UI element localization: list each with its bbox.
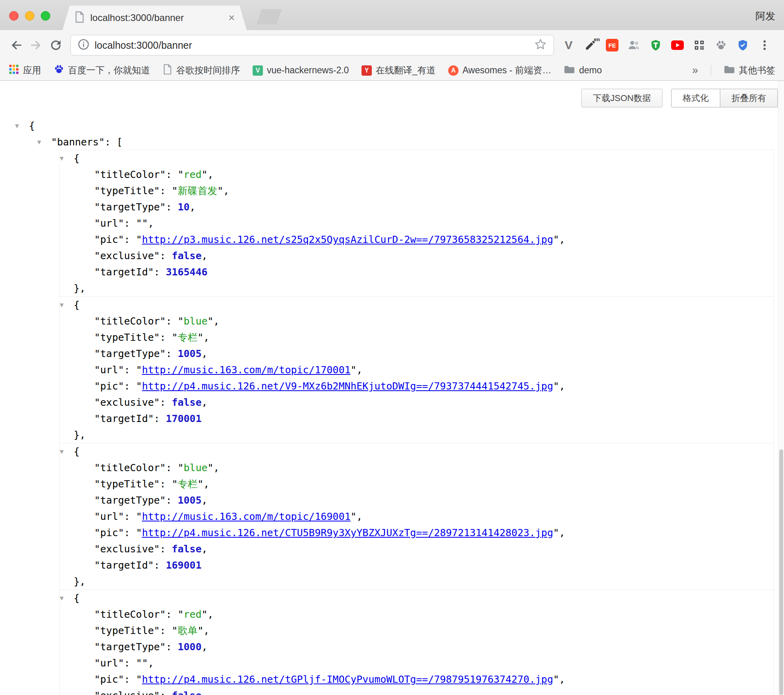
json-line: ▼{ [60, 443, 773, 460]
qr-code-icon[interactable] [692, 38, 707, 53]
forward-button[interactable] [26, 35, 46, 55]
json-object-block: ▼{"titleColor": "blue","typeTitle": "专栏"… [59, 296, 774, 443]
bookmark-awesomes[interactable]: A Awesomes - 前端资… [448, 64, 552, 76]
json-line: "pic": "http://p4.music.126.net/V9-MXz6b… [60, 378, 773, 394]
bookmarks-bar: 应用 百度一下，你就知道 谷歌按时间排序 V vue-hackernews-2.… [0, 60, 784, 81]
json-line: "typeTitle": "专栏", [60, 476, 773, 492]
window-minimize-button[interactable] [25, 11, 34, 21]
extensions-area: V en FE [561, 38, 772, 53]
json-line: ▼{ [15, 118, 774, 134]
folder-icon [724, 65, 735, 76]
bookmark-baidu[interactable]: 百度一下，你就知道 [54, 64, 150, 77]
json-url-link[interactable]: http://p4.music.126.net/CTU5B9R9y3XyYBZX… [142, 527, 553, 538]
download-json-button[interactable]: 下载JSON数据 [581, 89, 662, 107]
collapse-all-button[interactable]: 折叠所有 [720, 89, 778, 107]
json-url-link[interactable]: http://p4.music.126.net/V9-MXz6b2MNhEKju… [142, 380, 553, 392]
browser-tab[interactable]: localhost:3000/banner × [63, 6, 247, 30]
window-controls [9, 11, 50, 21]
new-tab-button[interactable] [257, 9, 282, 24]
folder-icon [564, 65, 575, 76]
collapse-triangle-icon[interactable]: ▼ [60, 443, 74, 460]
vue-v-icon: V [253, 65, 263, 76]
other-bookmarks-label: 其他书签 [739, 64, 775, 76]
apps-grid-icon [9, 64, 19, 77]
reload-button[interactable] [46, 35, 66, 55]
green-shield-t-icon[interactable] [648, 38, 663, 53]
json-line: "titleColor": "blue", [60, 313, 773, 329]
address-bar[interactable]: localhost:3000/banner [70, 35, 554, 55]
json-line: "typeTitle": "新碟首发", [60, 183, 773, 199]
kebab-menu-icon[interactable] [757, 38, 772, 53]
json-url-link[interactable]: http://music.163.com/m/topic/169001 [142, 511, 350, 522]
json-url-link[interactable]: http://music.163.com/m/topic/170001 [142, 364, 350, 376]
json-line: "targetType": 1000, [60, 639, 773, 655]
other-bookmarks[interactable]: 其他书签 [724, 64, 775, 76]
bookmark-label: Awesomes - 前端资… [462, 64, 552, 76]
page-icon [74, 11, 85, 25]
json-line: "targetId": 3165446 [60, 264, 773, 280]
format-button[interactable]: 格式化 [671, 89, 720, 107]
page-scrollbar[interactable] [778, 81, 784, 695]
scrollbar-thumb[interactable] [779, 449, 783, 695]
json-object-block: ▼{"titleColor": "red","typeTitle": "歌单",… [59, 590, 774, 695]
bookmark-label: 在线翻译_有道 [376, 64, 436, 76]
bookmark-youdao[interactable]: Y 在线翻译_有道 [362, 64, 436, 76]
json-action-bar: 下载JSON数据 格式化 折叠所有 [0, 81, 784, 107]
url-text[interactable]: localhost:3000/banner [95, 40, 534, 51]
people-icon[interactable] [626, 38, 641, 53]
json-line: "url": "http://music.163.com/m/topic/169… [60, 508, 773, 525]
bookmarks-overflow-chevron[interactable]: » [692, 64, 698, 76]
back-button[interactable] [6, 35, 26, 55]
json-line: "url": "", [60, 215, 773, 231]
json-line: ▼"banners": [ [37, 134, 774, 150]
json-url-link[interactable]: http://p3.music.126.net/s25q2x5QyqsAzilC… [142, 234, 553, 245]
json-line: "targetId": 170001 [60, 411, 773, 427]
json-line: "targetType": 1005, [60, 346, 773, 362]
view-mode-group: 格式化 折叠所有 [671, 89, 778, 107]
blue-shield-check-icon[interactable] [735, 38, 750, 53]
json-line: ▼{ [60, 150, 773, 166]
bookmark-star-icon[interactable] [534, 38, 547, 53]
bookmark-label: 百度一下，你就知道 [68, 64, 150, 76]
collapse-triangle-icon[interactable]: ▼ [60, 150, 74, 166]
fe-icon[interactable]: FE [605, 38, 620, 53]
bookmark-google-sort[interactable]: 谷歌按时间排序 [163, 64, 240, 77]
json-line: "targetType": 10, [60, 199, 773, 215]
json-line: "url": "", [60, 655, 773, 671]
json-line: "typeTitle": "专栏", [60, 329, 773, 346]
json-tree: ▼{▼"banners": [▼{"titleColor": "red","ty… [0, 118, 784, 695]
profile-name[interactable]: 阿发 [755, 10, 775, 23]
translate-pencil-en-icon[interactable]: en [583, 38, 598, 53]
collapse-triangle-icon[interactable]: ▼ [60, 590, 74, 606]
json-line: ▼{ [60, 297, 773, 313]
bookmark-vue-hackernews[interactable]: V vue-hackernews-2.0 [253, 65, 349, 76]
vimium-v-icon[interactable]: V [561, 38, 576, 53]
bookmark-label: vue-hackernews-2.0 [267, 65, 349, 76]
document-icon [163, 64, 172, 77]
json-url-link[interactable]: http://p4.music.126.net/tGPljf-IMOCyPvum… [142, 674, 553, 685]
awesomes-a-icon: A [448, 65, 459, 76]
bookmark-apps[interactable]: 应用 [9, 64, 41, 77]
baidu-paw-icon [54, 64, 64, 77]
tab-title: localhost:3000/banner [90, 12, 225, 23]
json-line: "exclusive": false, [60, 541, 773, 557]
json-line: "titleColor": "red", [60, 606, 773, 622]
json-line: "targetType": 1005, [60, 492, 773, 508]
collapse-triangle-icon[interactable]: ▼ [15, 118, 29, 134]
window-zoom-button[interactable] [41, 11, 50, 21]
bookmark-label: demo [579, 65, 602, 76]
youtube-icon[interactable] [670, 38, 685, 53]
bookmark-demo-folder[interactable]: demo [564, 65, 602, 76]
json-line: "titleColor": "blue", [60, 460, 773, 476]
json-line: "typeTitle": "歌单", [60, 622, 773, 639]
collapse-triangle-icon[interactable]: ▼ [37, 134, 51, 150]
page-content: 下载JSON数据 格式化 折叠所有 ▼{▼"banners": [▼{"titl… [0, 81, 784, 695]
json-line: "pic": "http://p3.music.126.net/s25q2x5Q… [60, 231, 773, 248]
paw-icon[interactable] [714, 38, 729, 53]
bookmarks-divider [711, 65, 711, 76]
bookmark-label: 谷歌按时间排序 [176, 64, 240, 76]
info-icon[interactable] [77, 38, 90, 52]
tab-close-icon[interactable]: × [228, 12, 235, 23]
window-close-button[interactable] [9, 11, 19, 21]
collapse-triangle-icon[interactable]: ▼ [60, 297, 74, 313]
